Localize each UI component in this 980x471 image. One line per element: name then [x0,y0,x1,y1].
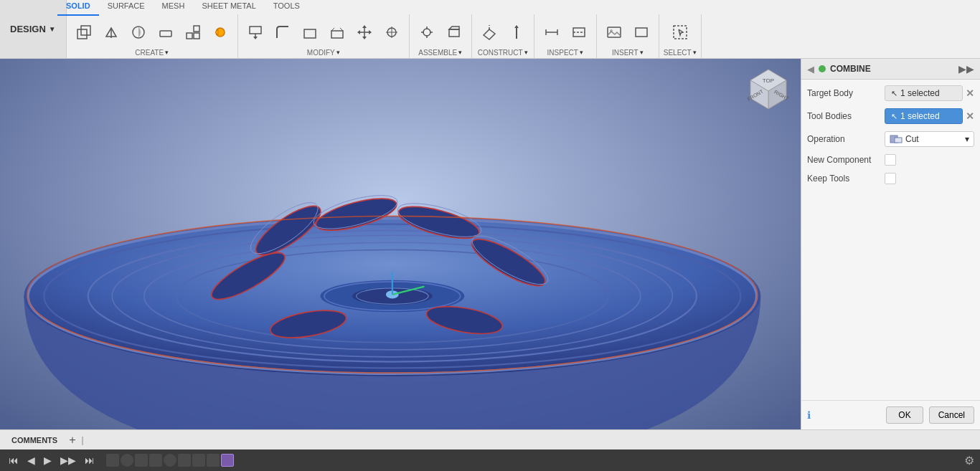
plane-button[interactable] [476,19,502,46]
timeline-item-8[interactable] [207,454,220,467]
align-button[interactable] [379,19,405,46]
combine-panel-left-arrow[interactable]: ◀ [807,64,814,75]
tab-surface[interactable]: SURFACE [99,0,154,16]
svg-rect-14 [304,29,316,38]
svg-text:TOP: TOP [763,77,774,84]
cancel-button[interactable]: Cancel [929,406,974,424]
insert-caret: ▾ [640,49,644,56]
combine-expand-btn[interactable]: ▶▶ [958,63,974,75]
move-icon [356,24,373,41]
decal-button[interactable] [628,19,654,46]
extrude-button[interactable] [98,19,124,46]
timeline-item-4[interactable] [149,454,162,467]
insert-label-row: INSERT ▾ [612,47,644,57]
svg-rect-7 [194,26,199,32]
comments-expand-btn[interactable]: + [69,434,75,447]
3d-viewport-canvas [0,59,801,429]
timeline-step-back[interactable]: ◀ [24,453,38,467]
operation-row: Operation Cut ▾ [807,131,974,147]
group-assemble: ASSEMBLE ▾ [410,14,472,58]
revolve-button[interactable] [126,19,151,46]
move-button[interactable] [352,19,377,46]
operation-label: Operation [807,134,879,144]
timeline-item-5[interactable] [164,454,176,467]
measure-icon [543,24,560,41]
target-body-badge[interactable]: ↖ 1 selected [885,85,963,101]
viewport[interactable]: TOP RIGHT FRONT [0,59,801,429]
joint-button[interactable] [414,19,440,46]
svg-marker-21 [362,37,367,39]
timeline-item-1[interactable] [106,454,119,467]
construct-label-row: CONSTRUCT ▾ [478,47,528,57]
insert-image-button[interactable] [601,19,627,46]
timeline-step-forward[interactable]: ▶▶ [57,453,79,467]
target-body-clear-btn[interactable]: ✕ [966,87,974,99]
joint-icon [418,24,435,41]
svg-rect-1 [81,26,90,35]
svg-rect-6 [187,33,192,39]
construct-caret: ▾ [524,49,528,56]
timeline-item-6[interactable] [178,454,191,467]
timeline-skip-back[interactable]: ⏮ [6,453,22,467]
timeline-item-9[interactable] [221,454,234,467]
tool-bodies-clear-btn[interactable]: ✕ [966,110,974,122]
decal-icon [633,24,650,41]
tool-bodies-badge[interactable]: ↖ 1 selected [885,108,963,124]
shell-icon [329,24,346,41]
assemble-label-row: ASSEMBLE ▾ [418,47,462,57]
select-label: SELECT [664,49,692,57]
shell-button[interactable] [324,19,350,46]
timeline-skip-forward[interactable]: ⏭ [82,453,98,467]
joint-origin-icon [446,24,463,41]
keep-tools-checkbox[interactable] [885,173,896,184]
settings-gear-icon[interactable]: ⚙ [964,454,974,467]
press-pull-button[interactable] [242,19,268,46]
group-modify: MODIFY ▾ [238,14,410,58]
new-component-button[interactable] [71,19,97,46]
select-button[interactable] [667,19,693,46]
operation-select[interactable]: Cut ▾ [885,131,974,147]
new-component-field [885,154,974,166]
select-label-row: SELECT ▾ [664,47,697,57]
chamfer-button[interactable] [297,19,323,46]
new-component-label: New Component [807,155,879,165]
section-button[interactable] [566,19,592,46]
joint-origin-button[interactable] [441,19,467,46]
timeline-play[interactable]: ▶ [41,453,55,467]
select-tools [667,17,693,47]
insert-label: INSERT [612,49,639,57]
pattern-icon [184,24,202,41]
toolbar-tabs: SOLID SURFACE MESH SHEET METAL TOOLS [57,0,308,16]
tab-solid[interactable]: SOLID [57,0,99,16]
section-icon [570,24,588,41]
axis-button[interactable] [504,19,529,46]
sweep-icon [157,24,174,41]
tab-sheet-metal[interactable]: SHEET METAL [193,0,264,16]
timeline-item-7[interactable] [192,454,205,467]
plane-icon [481,24,498,41]
pattern-button[interactable] [180,19,206,46]
sweep-button[interactable] [153,19,179,46]
svg-rect-11 [250,27,261,34]
ok-button[interactable]: OK [886,406,923,424]
design-button[interactable]: DESIGN ▼ [0,0,67,58]
group-inspect: INSPECT ▾ [534,14,597,58]
measure-button[interactable] [539,19,565,46]
view-cube[interactable]: TOP RIGHT FRONT [743,66,793,116]
combine-header-left: ◀ COMBINE [807,64,871,75]
info-icon[interactable]: ℹ [807,409,811,421]
tab-mesh[interactable]: MESH [154,0,194,16]
fillet-button[interactable] [270,19,296,46]
design-dropdown-icon: ▼ [49,25,56,33]
timeline-item-3[interactable] [135,454,148,467]
chamfer-icon [301,24,319,41]
svg-point-27 [423,29,430,36]
inspect-label-row: INSPECT ▾ [547,47,583,57]
timeline-item-2[interactable] [121,454,133,467]
tab-tools[interactable]: TOOLS [265,0,308,16]
mirror-button[interactable] [207,19,233,46]
create-label-row: CREATE ▾ [135,47,169,57]
extrude-icon [103,24,120,41]
press-pull-icon [247,24,264,41]
new-component-checkbox[interactable] [885,154,896,166]
